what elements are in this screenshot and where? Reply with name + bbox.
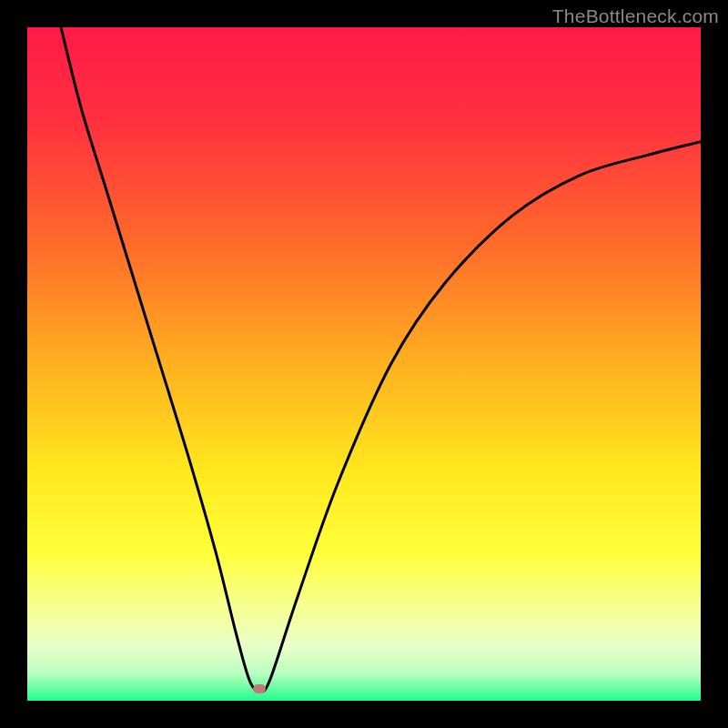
bottleneck-curve bbox=[27, 27, 701, 701]
chart-frame: TheBottleneck.com bbox=[0, 0, 728, 728]
plot-area bbox=[27, 27, 701, 701]
watermark-text: TheBottleneck.com bbox=[552, 5, 719, 27]
optimal-point-marker bbox=[253, 684, 266, 693]
